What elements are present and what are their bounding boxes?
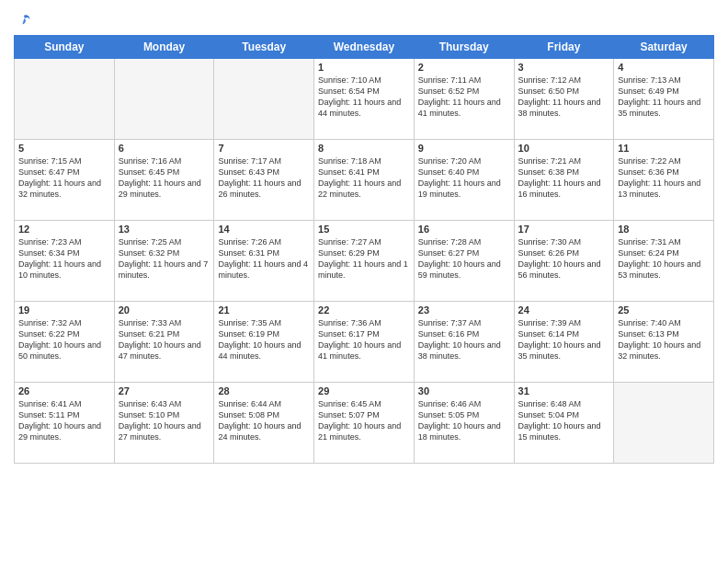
day-info: Sunrise: 7:20 AMSunset: 6:40 PMDaylight:… — [418, 155, 510, 201]
table-row: 14Sunrise: 7:26 AMSunset: 6:31 PMDayligh… — [214, 221, 314, 302]
col-tuesday: Tuesday — [214, 36, 314, 59]
calendar-week-row: 1Sunrise: 7:10 AMSunset: 6:54 PMDaylight… — [15, 59, 714, 140]
day-number: 24 — [518, 304, 610, 316]
day-info: Sunrise: 6:45 AMSunset: 5:07 PMDaylight:… — [318, 398, 410, 443]
table-row: 31Sunrise: 6:48 AMSunset: 5:04 PMDayligh… — [514, 383, 614, 464]
col-wednesday: Wednesday — [314, 36, 415, 59]
table-row: 3Sunrise: 7:12 AMSunset: 6:50 PMDaylight… — [514, 59, 614, 140]
day-info: Sunrise: 6:41 AMSunset: 5:11 PMDaylight:… — [18, 398, 110, 443]
table-row: 2Sunrise: 7:11 AMSunset: 6:52 PMDaylight… — [414, 59, 514, 140]
logo-bird-icon — [16, 13, 32, 29]
header — [14, 9, 714, 29]
table-row: 27Sunrise: 6:43 AMSunset: 5:10 PMDayligh… — [114, 383, 214, 464]
day-info: Sunrise: 7:30 AMSunset: 6:26 PMDaylight:… — [518, 236, 610, 282]
logo — [14, 13, 32, 29]
day-number: 31 — [518, 385, 610, 396]
day-number: 9 — [418, 143, 510, 154]
day-number: 7 — [218, 143, 310, 154]
page: Sunday Monday Tuesday Wednesday Thursday… — [0, 0, 728, 563]
day-info: Sunrise: 7:40 AMSunset: 6:13 PMDaylight:… — [618, 317, 710, 362]
col-sunday: Sunday — [15, 36, 115, 59]
day-info: Sunrise: 6:48 AMSunset: 5:04 PMDaylight:… — [518, 398, 610, 443]
table-row: 19Sunrise: 7:32 AMSunset: 6:22 PMDayligh… — [15, 302, 115, 383]
day-number: 13 — [119, 224, 210, 235]
table-row: 25Sunrise: 7:40 AMSunset: 6:13 PMDayligh… — [614, 302, 714, 383]
table-row: 22Sunrise: 7:36 AMSunset: 6:17 PMDayligh… — [314, 302, 415, 383]
table-row: 10Sunrise: 7:21 AMSunset: 6:38 PMDayligh… — [514, 140, 614, 221]
table-row — [15, 59, 115, 140]
day-number: 19 — [18, 304, 110, 316]
day-info: Sunrise: 7:15 AMSunset: 6:47 PMDaylight:… — [18, 155, 110, 201]
day-info: Sunrise: 7:37 AMSunset: 6:16 PMDaylight:… — [418, 317, 510, 362]
calendar-header-row: Sunday Monday Tuesday Wednesday Thursday… — [15, 36, 714, 59]
day-info: Sunrise: 6:46 AMSunset: 5:05 PMDaylight:… — [418, 398, 510, 443]
day-info: Sunrise: 7:35 AMSunset: 6:19 PMDaylight:… — [218, 317, 310, 362]
day-number: 26 — [18, 385, 110, 396]
day-number: 20 — [119, 304, 210, 316]
day-number: 5 — [18, 143, 110, 154]
day-number: 2 — [418, 62, 510, 73]
day-info: Sunrise: 7:18 AMSunset: 6:41 PMDaylight:… — [318, 155, 410, 201]
table-row: 21Sunrise: 7:35 AMSunset: 6:19 PMDayligh… — [214, 302, 314, 383]
col-monday: Monday — [114, 36, 214, 59]
day-number: 28 — [218, 385, 310, 396]
table-row: 16Sunrise: 7:28 AMSunset: 6:27 PMDayligh… — [414, 221, 514, 302]
day-info: Sunrise: 7:17 AMSunset: 6:43 PMDaylight:… — [218, 155, 310, 201]
table-row — [114, 59, 214, 140]
day-info: Sunrise: 7:36 AMSunset: 6:17 PMDaylight:… — [318, 317, 410, 362]
table-row: 4Sunrise: 7:13 AMSunset: 6:49 PMDaylight… — [614, 59, 714, 140]
day-info: Sunrise: 7:16 AMSunset: 6:45 PMDaylight:… — [119, 155, 210, 201]
table-row: 8Sunrise: 7:18 AMSunset: 6:41 PMDaylight… — [314, 140, 415, 221]
day-info: Sunrise: 7:25 AMSunset: 6:32 PMDaylight:… — [119, 236, 210, 282]
day-number: 18 — [618, 224, 710, 235]
day-number: 8 — [318, 143, 410, 154]
table-row: 24Sunrise: 7:39 AMSunset: 6:14 PMDayligh… — [514, 302, 614, 383]
day-number: 29 — [318, 385, 410, 396]
day-info: Sunrise: 7:13 AMSunset: 6:49 PMDaylight:… — [618, 75, 710, 120]
table-row: 18Sunrise: 7:31 AMSunset: 6:24 PMDayligh… — [614, 221, 714, 302]
day-number: 21 — [218, 304, 310, 316]
day-number: 10 — [518, 143, 610, 154]
table-row: 23Sunrise: 7:37 AMSunset: 6:16 PMDayligh… — [414, 302, 514, 383]
calendar-week-row: 12Sunrise: 7:23 AMSunset: 6:34 PMDayligh… — [15, 221, 714, 302]
day-number: 4 — [618, 62, 710, 73]
day-number: 6 — [119, 143, 210, 154]
day-number: 25 — [618, 304, 710, 316]
day-number: 14 — [218, 224, 310, 235]
table-row: 26Sunrise: 6:41 AMSunset: 5:11 PMDayligh… — [15, 383, 115, 464]
day-number: 17 — [518, 224, 610, 235]
day-number: 23 — [418, 304, 510, 316]
calendar-week-row: 19Sunrise: 7:32 AMSunset: 6:22 PMDayligh… — [15, 302, 714, 383]
table-row — [214, 59, 314, 140]
day-number: 3 — [518, 62, 610, 73]
table-row: 28Sunrise: 6:44 AMSunset: 5:08 PMDayligh… — [214, 383, 314, 464]
table-row: 1Sunrise: 7:10 AMSunset: 6:54 PMDaylight… — [314, 59, 415, 140]
day-info: Sunrise: 7:12 AMSunset: 6:50 PMDaylight:… — [518, 75, 610, 120]
day-info: Sunrise: 7:11 AMSunset: 6:52 PMDaylight:… — [418, 75, 510, 120]
table-row: 12Sunrise: 7:23 AMSunset: 6:34 PMDayligh… — [15, 221, 115, 302]
table-row: 5Sunrise: 7:15 AMSunset: 6:47 PMDaylight… — [15, 140, 115, 221]
day-number: 27 — [119, 385, 210, 396]
table-row: 29Sunrise: 6:45 AMSunset: 5:07 PMDayligh… — [314, 383, 415, 464]
calendar-table: Sunday Monday Tuesday Wednesday Thursday… — [14, 35, 714, 464]
day-info: Sunrise: 7:26 AMSunset: 6:31 PMDaylight:… — [218, 236, 310, 282]
table-row: 6Sunrise: 7:16 AMSunset: 6:45 PMDaylight… — [114, 140, 214, 221]
table-row: 17Sunrise: 7:30 AMSunset: 6:26 PMDayligh… — [514, 221, 614, 302]
day-info: Sunrise: 7:31 AMSunset: 6:24 PMDaylight:… — [618, 236, 710, 282]
day-number: 16 — [418, 224, 510, 235]
col-saturday: Saturday — [614, 36, 714, 59]
day-info: Sunrise: 7:32 AMSunset: 6:22 PMDaylight:… — [18, 317, 110, 362]
day-number: 11 — [618, 143, 710, 154]
table-row: 30Sunrise: 6:46 AMSunset: 5:05 PMDayligh… — [414, 383, 514, 464]
table-row — [614, 383, 714, 464]
day-number: 12 — [18, 224, 110, 235]
day-number: 22 — [318, 304, 410, 316]
day-info: Sunrise: 7:23 AMSunset: 6:34 PMDaylight:… — [18, 236, 110, 282]
table-row: 9Sunrise: 7:20 AMSunset: 6:40 PMDaylight… — [414, 140, 514, 221]
table-row: 11Sunrise: 7:22 AMSunset: 6:36 PMDayligh… — [614, 140, 714, 221]
day-info: Sunrise: 6:44 AMSunset: 5:08 PMDaylight:… — [218, 398, 310, 443]
calendar-week-row: 26Sunrise: 6:41 AMSunset: 5:11 PMDayligh… — [15, 383, 714, 464]
calendar-week-row: 5Sunrise: 7:15 AMSunset: 6:47 PMDaylight… — [15, 140, 714, 221]
day-number: 1 — [318, 62, 410, 73]
day-info: Sunrise: 7:28 AMSunset: 6:27 PMDaylight:… — [418, 236, 510, 282]
